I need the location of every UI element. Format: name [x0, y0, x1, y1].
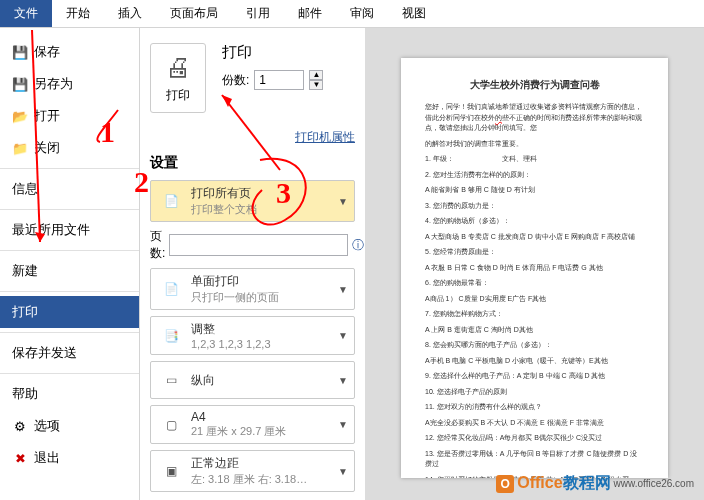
setting-print-range[interactable]: 📄 打印所有页打印整个文档 ▼	[150, 180, 355, 222]
sidebar-info[interactable]: 信息	[0, 173, 139, 205]
tab-file[interactable]: 文件	[0, 0, 52, 27]
setting-margins[interactable]: ▣ 正常边距左: 3.18 厘米 右: 3.18… ▼	[150, 450, 355, 492]
save-as-icon: 💾	[12, 76, 28, 92]
setting-collate[interactable]: 📑 调整1,2,3 1,2,3 1,2,3 ▼	[150, 316, 355, 355]
copies-label: 份数:	[222, 72, 249, 89]
pages-input[interactable]	[169, 234, 348, 256]
print-settings-panel: 🖨 打印 打印 份数: ▲▼ 打印机属性 设置 📄 打印所有页打印整个文档 ▼ …	[140, 28, 365, 500]
tab-review[interactable]: 审阅	[336, 0, 388, 27]
printer-icon: 🖨	[165, 52, 191, 83]
print-title: 打印	[222, 43, 323, 62]
printer-properties-link[interactable]: 打印机属性	[150, 129, 355, 146]
print-preview: 大学生校外消费行为调查问卷 您好，同学！我们真诚地希望通过收集诸多资料详情观察方…	[365, 28, 704, 500]
tab-refs[interactable]: 引用	[232, 0, 284, 27]
annotation-2: 2	[134, 165, 149, 199]
sidebar-exit[interactable]: ✖退出	[0, 442, 139, 474]
dropdown-icon: ▼	[338, 196, 348, 207]
exit-icon: ✖	[12, 450, 28, 466]
dropdown-icon: ▼	[338, 284, 348, 295]
print-button[interactable]: 🖨 打印	[150, 43, 206, 113]
single-side-icon: 📄	[157, 275, 185, 303]
preview-page: 大学生校外消费行为调查问卷 您好，同学！我们真诚地希望通过收集诸多资料详情观察方…	[401, 58, 668, 478]
watermark: O Office教程网 www.office26.com	[496, 473, 694, 494]
tab-home[interactable]: 开始	[52, 0, 104, 27]
close-icon: 📁	[12, 140, 28, 156]
sidebar-open[interactable]: 📂打开	[0, 100, 139, 132]
office-logo-icon: O	[496, 475, 514, 493]
portrait-icon: ▭	[157, 366, 185, 394]
page-size-icon: ▢	[157, 411, 185, 439]
sidebar-options[interactable]: ⚙选项	[0, 410, 139, 442]
sidebar: 💾保存 💾另存为 📂打开 📁关闭 信息 最近所用文件 新建 打印 保存并发送 帮…	[0, 28, 140, 500]
setting-paper-size[interactable]: ▢ A421 厘米 x 29.7 厘米 ▼	[150, 405, 355, 444]
pages-label: 页数:	[150, 228, 165, 262]
tab-insert[interactable]: 插入	[104, 0, 156, 27]
dropdown-icon: ▼	[338, 330, 348, 341]
sidebar-close[interactable]: 📁关闭	[0, 132, 139, 164]
pages-icon: 📄	[157, 187, 185, 215]
annotation-1: 1	[100, 115, 115, 149]
open-icon: 📂	[12, 108, 28, 124]
setting-duplex[interactable]: 📄 单面打印只打印一侧的页面 ▼	[150, 268, 355, 310]
ribbon-tabs: 文件 开始 插入 页面布局 引用 邮件 审阅 视图	[0, 0, 704, 28]
sidebar-recent[interactable]: 最近所用文件	[0, 214, 139, 246]
collate-icon: 📑	[157, 322, 185, 350]
save-icon: 💾	[12, 44, 28, 60]
dropdown-icon: ▼	[338, 466, 348, 477]
setting-orientation[interactable]: ▭ 纵向 ▼	[150, 361, 355, 399]
tab-view[interactable]: 视图	[388, 0, 440, 27]
options-icon: ⚙	[12, 418, 28, 434]
sidebar-new[interactable]: 新建	[0, 255, 139, 287]
tab-layout[interactable]: 页面布局	[156, 0, 232, 27]
dropdown-icon: ▼	[338, 375, 348, 386]
sidebar-print[interactable]: 打印	[0, 296, 139, 328]
sidebar-save-send[interactable]: 保存并发送	[0, 337, 139, 369]
copies-input[interactable]	[254, 70, 304, 90]
settings-label: 设置	[150, 154, 355, 172]
copies-spinner[interactable]: ▲▼	[309, 70, 323, 90]
sidebar-save-as[interactable]: 💾另存为	[0, 68, 139, 100]
dropdown-icon: ▼	[338, 419, 348, 430]
annotation-3: 3	[276, 176, 291, 210]
tab-mail[interactable]: 邮件	[284, 0, 336, 27]
sidebar-save[interactable]: 💾保存	[0, 36, 139, 68]
info-icon[interactable]: ⓘ	[352, 237, 364, 254]
sidebar-help[interactable]: 帮助	[0, 378, 139, 410]
margins-icon: ▣	[157, 457, 185, 485]
